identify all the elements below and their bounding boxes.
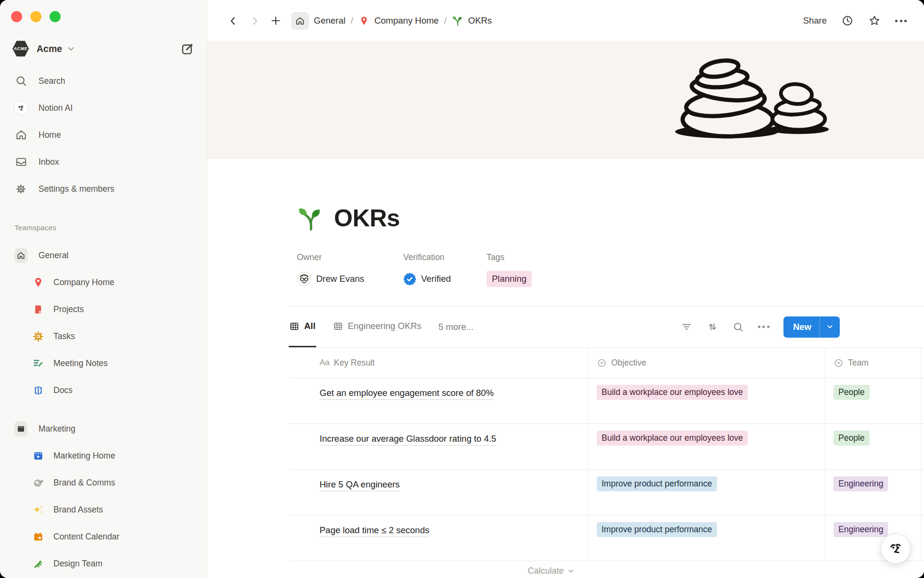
team-badge[interactable]: Engineering	[834, 522, 888, 537]
breadcrumb-label: Company Home	[374, 15, 439, 26]
sidebar-item-settings[interactable]: Settings & members	[0, 175, 207, 202]
compose-icon[interactable]	[180, 42, 194, 56]
property-verification: Verification Verified	[403, 252, 487, 288]
view-options-icon[interactable]	[758, 326, 770, 328]
sidebar-item-label: Marketing	[38, 424, 76, 434]
tab-engineering-okrs[interactable]: Engineering OKRs	[333, 306, 422, 347]
property-owner-value[interactable]: Drew Evans	[297, 270, 403, 288]
sidebar-item-brand-comms[interactable]: Brand & Comms	[0, 469, 207, 496]
team-badge[interactable]: Engineering	[834, 476, 888, 491]
more-options-icon[interactable]	[895, 20, 907, 22]
sidebar-item-search[interactable]: Search	[0, 67, 207, 94]
sidebar-item-inbox[interactable]: Inbox	[0, 148, 207, 175]
objective-badge[interactable]: Build a workplace our employees love	[597, 431, 748, 446]
objective-badge[interactable]: Build a workplace our employees love	[597, 385, 748, 400]
property-label: Verification	[403, 252, 487, 263]
sidebar-item-marketing-home[interactable]: Marketing Home	[0, 442, 207, 469]
sidebar-item-meeting-notes[interactable]: Meeting Notes	[0, 350, 207, 377]
chevron-down-icon	[567, 567, 575, 575]
sidebar-item-label: Search	[38, 76, 65, 86]
back-button[interactable]	[228, 15, 239, 26]
sidebar-item-company-home[interactable]: Company Home	[0, 269, 207, 296]
teamspaces-section-label: Teamspaces	[0, 223, 207, 235]
title-property-icon: Aa	[320, 358, 330, 368]
sidebar-item-label: Settings & members	[38, 184, 115, 194]
sidebar-item-tasks[interactable]: Tasks	[0, 323, 207, 350]
chevron-down-icon	[66, 44, 76, 53]
breadcrumb: General / Company Home / OKRs	[291, 12, 492, 30]
column-header-key-result[interactable]: Aa Key Result	[289, 348, 589, 378]
docs-icon	[32, 384, 45, 396]
column-header-objective[interactable]: Objective	[589, 348, 825, 378]
map-pin-icon	[32, 276, 45, 289]
objective-badge[interactable]: Improve product performance	[597, 522, 717, 537]
close-window-button[interactable]	[11, 11, 22, 22]
sidebar-item-label: Content Calendar	[53, 532, 119, 542]
page-cover[interactable]	[207, 41, 924, 159]
breadcrumb-label: General	[314, 15, 346, 26]
column-header-team[interactable]: Team	[825, 348, 921, 378]
minimize-window-button[interactable]	[30, 11, 41, 22]
team-badge[interactable]: People	[834, 431, 870, 446]
search-icon	[14, 75, 27, 87]
filter-icon[interactable]	[680, 321, 693, 333]
search-icon[interactable]	[732, 321, 744, 333]
forward-button[interactable]	[249, 15, 260, 26]
tab-more-views[interactable]: 5 more...	[438, 306, 474, 347]
table-icon	[289, 321, 299, 331]
traffic-lights	[0, 0, 207, 22]
property-owner: Owner Drew Evans	[297, 252, 403, 288]
topbar: General / Company Home / OKRs Share	[207, 0, 924, 41]
sidebar-item-projects[interactable]: Projects	[0, 296, 207, 323]
avatar	[297, 272, 311, 286]
home-icon	[14, 248, 27, 263]
share-button[interactable]: Share	[803, 15, 827, 26]
calculate-dropdown[interactable]: Calculate	[233, 561, 869, 578]
sort-icon[interactable]	[706, 321, 719, 333]
sidebar-item-label: Inbox	[38, 157, 59, 167]
breadcrumb-okrs[interactable]: OKRs	[452, 15, 492, 26]
notion-ai-icon	[886, 539, 906, 559]
new-button[interactable]: New	[783, 316, 840, 338]
favorite-star-icon[interactable]	[868, 14, 881, 27]
row-title[interactable]: Increase our average Glassdoor rating to…	[320, 434, 496, 446]
breadcrumb-general[interactable]: General	[291, 12, 346, 30]
sidebar-item-content-calendar[interactable]: Content Calendar	[0, 523, 207, 550]
row-title[interactable]: Get an employee engagement score of 80%	[320, 388, 494, 400]
sidebar-item-label: Design Team	[53, 559, 103, 569]
new-page-icon[interactable]	[270, 15, 282, 26]
team-badge[interactable]: People	[834, 385, 870, 400]
sidebar-item-general[interactable]: General	[0, 242, 207, 269]
breadcrumb-company-home[interactable]: Company Home	[359, 15, 439, 26]
page-icon-seedling[interactable]	[297, 205, 324, 232]
sidebar-item-home[interactable]: Home	[0, 121, 207, 148]
breadcrumb-separator: /	[444, 15, 447, 26]
sidebar-item-marketing[interactable]: Marketing	[0, 415, 207, 442]
workspace-switcher[interactable]: ACME Acme	[0, 38, 207, 60]
table-row: Get an employee engagement score of 80% …	[289, 378, 924, 424]
tab-all[interactable]: All	[289, 306, 316, 347]
property-verification-value[interactable]: Verified	[403, 270, 487, 288]
chevron-down-icon[interactable]	[820, 316, 840, 338]
zoom-window-button[interactable]	[50, 11, 61, 22]
breadcrumb-label: OKRs	[468, 15, 492, 26]
notion-ai-button[interactable]	[881, 534, 911, 564]
sparkles-icon	[32, 504, 45, 516]
sidebar-item-docs[interactable]: Docs	[0, 377, 207, 404]
objective-badge[interactable]: Improve product performance	[597, 476, 717, 491]
row-title[interactable]: Hire 5 QA engineers	[320, 479, 400, 491]
table-header: Aa Key Result Objective Team	[289, 348, 924, 378]
tag-planning[interactable]: Planning	[487, 271, 532, 287]
page-properties: Owner Drew Evans Verification Verified T…	[297, 252, 924, 288]
row-title[interactable]: Page load time ≤ 2 seconds	[320, 525, 429, 537]
sidebar-item-design-team[interactable]: Design Team	[0, 550, 207, 577]
map-pin-icon	[359, 15, 370, 26]
sidebar-item-brand-assets[interactable]: Brand Assets	[0, 496, 207, 523]
okr-database-view: All Engineering OKRs 5 more... New	[289, 306, 924, 578]
page-title[interactable]: OKRs	[334, 204, 400, 232]
film-frame-icon	[14, 421, 27, 436]
sidebar-item-label: Meeting Notes	[53, 358, 108, 368]
video-icon	[32, 450, 45, 462]
sidebar-item-notion-ai[interactable]: Notion AI	[0, 94, 207, 121]
history-clock-icon[interactable]	[841, 14, 854, 27]
